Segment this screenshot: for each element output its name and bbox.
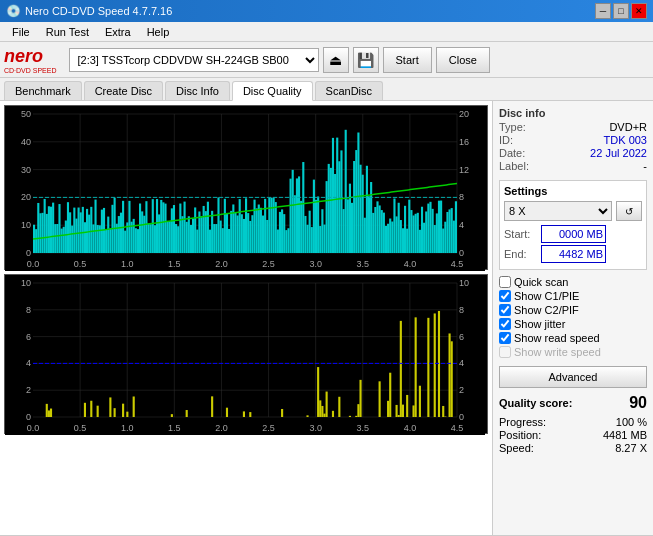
tabs: Benchmark Create Disc Disc Info Disc Qua… xyxy=(0,78,653,101)
nero-sub-text: CD·DVD SPEED xyxy=(4,67,57,74)
progress-section: Progress: 100 % Position: 4481 MB Speed:… xyxy=(499,416,647,454)
end-mb-row: End: xyxy=(504,245,642,263)
end-mb-input[interactable] xyxy=(541,245,606,263)
show-write-speed-label: Show write speed xyxy=(514,346,601,358)
toolbar: nero CD·DVD SPEED [2:3] TSSTcorp CDDVDW … xyxy=(0,42,653,78)
position-value: 4481 MB xyxy=(603,429,647,441)
position-row: Position: 4481 MB xyxy=(499,429,647,441)
start-mb-row: Start: xyxy=(504,225,642,243)
menu-help[interactable]: Help xyxy=(139,24,178,40)
speed-value: 8.27 X xyxy=(615,442,647,454)
menu-run-test[interactable]: Run Test xyxy=(38,24,97,40)
show-read-speed-checkbox[interactable] xyxy=(499,332,511,344)
settings-title: Settings xyxy=(504,185,642,197)
tab-benchmark[interactable]: Benchmark xyxy=(4,81,82,100)
start-mb-label: Start: xyxy=(504,228,539,240)
maximize-button[interactable]: □ xyxy=(613,3,629,19)
disc-id-label: ID: xyxy=(499,134,513,146)
disc-type-row: Type: DVD+R xyxy=(499,121,647,133)
quick-scan-checkbox[interactable] xyxy=(499,276,511,288)
chart-top xyxy=(4,105,488,270)
title-bar-controls[interactable]: ─ □ ✕ xyxy=(595,3,647,19)
disc-type-value: DVD+R xyxy=(609,121,647,133)
tab-disc-info[interactable]: Disc Info xyxy=(165,81,230,100)
charts-area xyxy=(0,101,493,535)
disc-label-row: Label: - xyxy=(499,160,647,172)
save-button[interactable]: 💾 xyxy=(353,47,379,73)
nero-logo-text: nero xyxy=(4,46,57,67)
disc-label-label: Label: xyxy=(499,160,529,172)
disc-type-label: Type: xyxy=(499,121,526,133)
show-write-speed-row: Show write speed xyxy=(499,346,647,358)
app-title: Nero CD-DVD Speed 4.7.7.16 xyxy=(25,5,172,17)
start-mb-input[interactable] xyxy=(541,225,606,243)
show-jitter-checkbox[interactable] xyxy=(499,318,511,330)
show-c2pif-checkbox[interactable] xyxy=(499,304,511,316)
disc-label-value: - xyxy=(643,160,647,172)
speed-select[interactable]: 8 X xyxy=(504,201,612,221)
disc-info-title: Disc info xyxy=(499,107,647,119)
quick-scan-label: Quick scan xyxy=(514,276,568,288)
speed-label: Speed: xyxy=(499,442,534,454)
disc-id-row: ID: TDK 003 xyxy=(499,134,647,146)
quick-scan-row: Quick scan xyxy=(499,276,647,288)
disc-date-label: Date: xyxy=(499,147,525,159)
show-c2pif-label: Show C2/PIF xyxy=(514,304,579,316)
close-button[interactable]: ✕ xyxy=(631,3,647,19)
quality-score-label: Quality score: xyxy=(499,397,572,409)
progress-label: Progress: xyxy=(499,416,546,428)
main-content: Disc info Type: DVD+R ID: TDK 003 Date: … xyxy=(0,101,653,535)
minimize-button[interactable]: ─ xyxy=(595,3,611,19)
drive-select[interactable]: [2:3] TSSTcorp CDDVDW SH-224GB SB00 xyxy=(69,48,319,72)
show-c1pie-row: Show C1/PIE xyxy=(499,290,647,302)
sidebar: Disc info Type: DVD+R ID: TDK 003 Date: … xyxy=(493,101,653,535)
disc-id-value: TDK 003 xyxy=(604,134,647,146)
show-c1pie-checkbox[interactable] xyxy=(499,290,511,302)
menu-file[interactable]: File xyxy=(4,24,38,40)
advanced-button[interactable]: Advanced xyxy=(499,366,647,388)
refresh-speed-button[interactable]: ↺ xyxy=(616,201,642,221)
tab-disc-quality[interactable]: Disc Quality xyxy=(232,81,313,101)
progress-row: Progress: 100 % xyxy=(499,416,647,428)
show-read-speed-row: Show read speed xyxy=(499,332,647,344)
show-c2pif-row: Show C2/PIF xyxy=(499,304,647,316)
chart-bottom xyxy=(4,274,488,434)
tab-create-disc[interactable]: Create Disc xyxy=(84,81,163,100)
show-jitter-label: Show jitter xyxy=(514,318,565,330)
menu-bar: File Run Test Extra Help xyxy=(0,22,653,42)
title-bar: 💿 Nero CD-DVD Speed 4.7.7.16 ─ □ ✕ xyxy=(0,0,653,22)
nero-logo: nero CD·DVD SPEED xyxy=(4,46,57,74)
disc-info-section: Disc info Type: DVD+R ID: TDK 003 Date: … xyxy=(499,107,647,172)
start-button[interactable]: Start xyxy=(383,47,432,73)
checkboxes-section: Quick scan Show C1/PIE Show C2/PIF Show … xyxy=(499,276,647,358)
show-jitter-row: Show jitter xyxy=(499,318,647,330)
end-mb-label: End: xyxy=(504,248,539,260)
speed-row-progress: Speed: 8.27 X xyxy=(499,442,647,454)
speed-row: 8 X ↺ xyxy=(504,201,642,221)
show-read-speed-label: Show read speed xyxy=(514,332,600,344)
show-write-speed-checkbox[interactable] xyxy=(499,346,511,358)
eject-button[interactable]: ⏏ xyxy=(323,47,349,73)
quality-score-value: 90 xyxy=(629,394,647,412)
position-label: Position: xyxy=(499,429,541,441)
app-icon: 💿 xyxy=(6,4,21,18)
settings-section: Settings 8 X ↺ Start: End: xyxy=(499,180,647,270)
disc-date-value: 22 Jul 2022 xyxy=(590,147,647,159)
menu-extra[interactable]: Extra xyxy=(97,24,139,40)
quality-score-row: Quality score: 90 xyxy=(499,394,647,412)
close-toolbar-button[interactable]: Close xyxy=(436,47,490,73)
disc-date-row: Date: 22 Jul 2022 xyxy=(499,147,647,159)
title-bar-left: 💿 Nero CD-DVD Speed 4.7.7.16 xyxy=(6,4,172,18)
progress-value: 100 % xyxy=(616,416,647,428)
tab-scan-disc[interactable]: ScanDisc xyxy=(315,81,383,100)
show-c1pie-label: Show C1/PIE xyxy=(514,290,579,302)
